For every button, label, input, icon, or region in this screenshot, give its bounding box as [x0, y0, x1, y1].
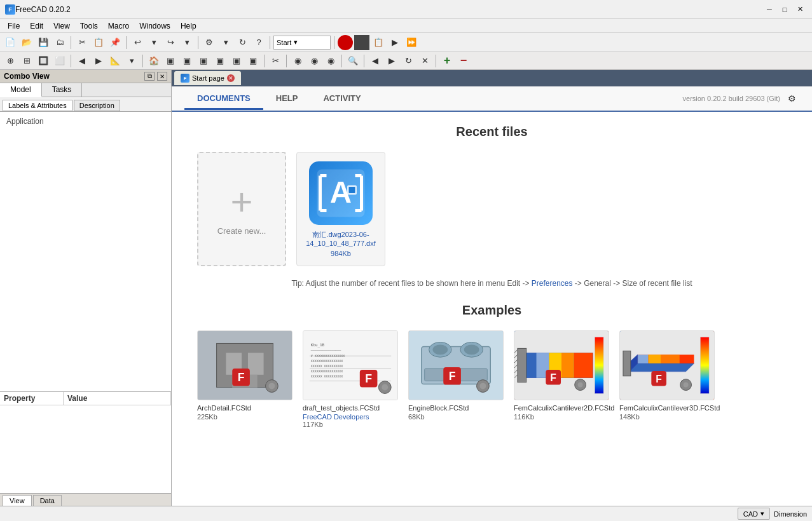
macro-exec-button[interactable]: ▶	[387, 35, 403, 50]
nav-back-button[interactable]: ◀	[74, 53, 90, 69]
example-card-2[interactable]: F EngineBlock.FCStd 68Kb	[408, 330, 504, 428]
create-new-card[interactable]: + Create new...	[197, 152, 286, 266]
redo-button[interactable]: ↪	[163, 35, 178, 50]
maximize-button[interactable]: □	[778, 3, 792, 17]
separator-10	[341, 55, 342, 67]
menu-macro[interactable]: Macro	[103, 20, 134, 32]
svg-point-40	[464, 344, 479, 355]
macro-exec2-button[interactable]: ⏩	[404, 35, 419, 50]
right-view-button[interactable]: ▣	[196, 53, 211, 69]
start-page-tab-close[interactable]: ✕	[227, 74, 235, 82]
minimize-button[interactable]: ─	[762, 3, 776, 17]
home-view-button[interactable]: 🏠	[146, 53, 162, 69]
cad-button[interactable]: CAD ▾	[738, 508, 770, 520]
description-subtab[interactable]: Description	[74, 100, 120, 111]
combo-restore-button[interactable]: ⧉	[144, 72, 155, 81]
recent-file-name-0: 南汇.dwg2023-06-14_10_10_48_777.dxf	[303, 230, 378, 247]
labels-attributes-subtab[interactable]: Labels & Attributes	[3, 100, 72, 111]
version-text: version 0.20.2 build 29603 (Git)	[683, 95, 780, 102]
tasks-tab[interactable]: Tasks	[42, 83, 83, 97]
refresh-button[interactable]: ↻	[235, 35, 250, 50]
example-card-1[interactable]: Kbu_1B ──────────────── V XXXXXXXXXXXXXX…	[303, 330, 398, 428]
bbox-button[interactable]: ⬜	[52, 53, 67, 69]
start-page-tab[interactable]: F Start page ✕	[174, 71, 241, 85]
settings-icon[interactable]: ⚙	[784, 91, 799, 106]
svg-point-63	[578, 382, 583, 388]
draw-style-button[interactable]: 🔲	[36, 53, 51, 69]
example-name-1: draft_test_objects.FCStd	[303, 404, 398, 412]
bottom-view-button[interactable]: ▣	[229, 53, 244, 69]
save-all-button[interactable]: 🗂	[52, 35, 67, 50]
close-button[interactable]: ✕	[793, 3, 807, 17]
cut-button[interactable]: ✂	[74, 35, 90, 50]
recent-file-card-0[interactable]: A	[296, 152, 385, 266]
menu-edit[interactable]: Edit	[25, 20, 48, 32]
model-tab[interactable]: Model	[0, 83, 42, 97]
sel-dropdown[interactable]: ▾	[124, 53, 139, 69]
zoom-out-button[interactable]: −	[456, 53, 471, 69]
top-view-button[interactable]: ▣	[179, 53, 195, 69]
example-card-0[interactable]: F ArchDetail.FCStd 225Kb	[197, 330, 292, 428]
zoom-in2-button[interactable]: +	[439, 53, 455, 69]
example-card-4[interactable]: F FemCalculixCantilever3D.FCStd 148Kb	[619, 330, 715, 428]
workbench-dropdown[interactable]: Start ▾	[273, 36, 331, 50]
axis-front-button[interactable]: ◉	[290, 53, 305, 69]
example-author-1: FreeCAD Developers	[303, 413, 398, 421]
zoom-fit-button[interactable]: ⊕	[3, 53, 18, 69]
axis-right-button[interactable]: ◉	[323, 53, 338, 69]
paste-button[interactable]: 📌	[107, 35, 123, 50]
new-file-button[interactable]: 📄	[3, 35, 18, 50]
combo-close-button[interactable]: ✕	[157, 72, 167, 81]
activity-tab[interactable]: ACTIVITY	[310, 88, 373, 110]
recent-file-icon-0: A	[309, 161, 373, 225]
nav-fwd-button[interactable]: ▶	[91, 53, 106, 69]
macro-dropdown[interactable]: ▾	[218, 35, 233, 50]
documents-tab[interactable]: DOCUMENTS	[184, 88, 263, 110]
menu-file[interactable]: File	[3, 20, 25, 32]
help-button[interactable]: ?	[251, 35, 266, 50]
undo-button[interactable]: ↩	[130, 35, 145, 50]
example-name-2: EngineBlock.FCStd	[408, 404, 504, 412]
example-thumb-2: F	[408, 330, 504, 400]
copy-button[interactable]: 📋	[91, 35, 106, 50]
rear-view-button[interactable]: ▣	[212, 53, 228, 69]
separator-1	[71, 36, 71, 49]
stop-macro-button[interactable]	[354, 35, 369, 50]
example-name-4: FemCalculixCantilever3D.FCStd	[619, 404, 715, 412]
macro-mgr-button[interactable]: 📋	[371, 35, 386, 50]
refresh-page-button[interactable]: ↻	[401, 53, 416, 69]
svg-text:F: F	[238, 371, 245, 384]
save-button[interactable]: 💾	[36, 35, 51, 50]
clipping-button[interactable]: ✂	[268, 53, 283, 69]
separator-8	[264, 55, 265, 67]
next-page-button[interactable]: ▶	[384, 53, 399, 69]
help-tab[interactable]: HELP	[263, 88, 311, 110]
stop-page-button[interactable]: ✕	[417, 53, 432, 69]
title-text: FreeCAD 0.20.2	[15, 5, 762, 14]
example-card-3[interactable]: F FemCalculixCantilever2D.FCStd 116Kb	[514, 330, 609, 428]
macro-button[interactable]: ⚙	[202, 35, 217, 50]
tip-preferences-link[interactable]: Preferences	[532, 279, 573, 288]
svg-marker-66	[630, 363, 694, 372]
prev-page-button[interactable]: ◀	[368, 53, 383, 69]
record-macro-button[interactable]	[338, 35, 353, 50]
view-tab[interactable]: View	[3, 495, 32, 506]
data-tab[interactable]: Data	[33, 495, 62, 506]
example-size-4: 148Kb	[619, 413, 715, 421]
undo-dropdown[interactable]: ▾	[146, 35, 162, 50]
menu-help[interactable]: Help	[175, 20, 202, 32]
menu-windows[interactable]: Windows	[134, 20, 175, 32]
menu-tools[interactable]: Tools	[75, 20, 103, 32]
svg-text:XXXXXX XXXXXXXXXX: XXXXXX XXXXXXXXXX	[311, 374, 343, 378]
separator-3	[198, 36, 198, 49]
zoom-in-button[interactable]: 🔍	[345, 53, 361, 69]
open-file-button[interactable]: 📂	[19, 35, 34, 50]
redo-dropdown[interactable]: ▾	[179, 35, 195, 50]
menu-view[interactable]: View	[48, 20, 75, 32]
svg-marker-70	[638, 355, 649, 363]
sel-view-button[interactable]: 📐	[107, 53, 123, 69]
axis-top-button[interactable]: ◉	[306, 53, 322, 69]
zoom-sel-button[interactable]: ⊞	[19, 53, 34, 69]
left-view-button[interactable]: ▣	[245, 53, 261, 69]
front-view-button[interactable]: ▣	[163, 53, 178, 69]
